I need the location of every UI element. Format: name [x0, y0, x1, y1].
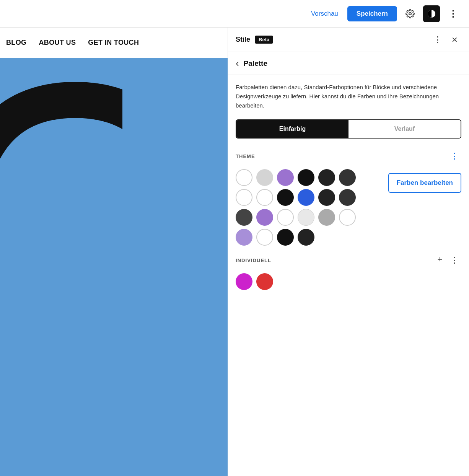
swatch-white-4[interactable]	[277, 209, 294, 226]
farben-bearbeiten-button[interactable]: Farben bearbeiten	[397, 179, 453, 186]
swatch-black-7[interactable]	[277, 229, 294, 246]
swatch-lightgray[interactable]	[256, 169, 273, 186]
back-icon: ‹	[236, 57, 239, 69]
farben-bearbeiten-tooltip: Farben bearbeiten	[388, 173, 461, 193]
theme-swatches-row4	[236, 229, 461, 246]
svg-point-0	[409, 13, 411, 15]
theme-swatches-row3	[236, 209, 461, 226]
swatch-black-3[interactable]	[339, 169, 356, 186]
color-mode-toggle: Einfarbig Verlauf	[236, 119, 461, 139]
swatch-white-1[interactable]	[236, 169, 252, 186]
more-dots-icon: ⋮	[448, 8, 458, 19]
canvas-content	[0, 58, 228, 476]
plus-icon: +	[438, 254, 443, 264]
stile-actions: ⋮ ✕	[431, 33, 461, 47]
back-button[interactable]: ‹	[236, 57, 239, 69]
individuell-section: INDIVIDUELL + ⋮	[236, 253, 461, 290]
theme-actions: ⋮	[448, 149, 461, 163]
theme-section-header: THEME ⋮	[236, 149, 461, 163]
contrast-icon	[427, 9, 436, 18]
panel-palette-header: ‹ Palette	[228, 52, 469, 75]
stile-title: Stile	[236, 36, 250, 44]
swatch-black-5[interactable]	[318, 189, 335, 206]
swatch-black-1[interactable]	[298, 169, 314, 186]
swatch-purple-2[interactable]	[256, 209, 273, 226]
right-panel: Stile Beta ⋮ ✕ ‹ Palette Farbpaletten di…	[228, 28, 469, 476]
stile-more-button[interactable]: ⋮	[431, 33, 445, 47]
swatch-black-2[interactable]	[318, 169, 335, 186]
close-icon: ✕	[451, 35, 458, 44]
palette-description: Farbpaletten dienen dazu, Standard-Farbo…	[236, 83, 461, 110]
contrast-button[interactable]	[423, 5, 440, 22]
stile-more-icon: ⋮	[433, 35, 442, 45]
individuell-swatches	[236, 273, 461, 290]
swatch-white-6[interactable]	[256, 229, 273, 246]
swatch-white-2[interactable]	[236, 189, 252, 206]
theme-label: THEME	[236, 153, 255, 159]
arch-svg	[0, 58, 122, 476]
settings-button[interactable]	[402, 5, 419, 22]
gear-icon	[405, 9, 415, 18]
swatch-darkgray[interactable]	[236, 209, 252, 226]
swatch-purple-light[interactable]	[277, 169, 294, 186]
swatch-medgray[interactable]	[318, 209, 335, 226]
panel-header-stile: Stile Beta ⋮ ✕	[228, 28, 469, 52]
add-color-button[interactable]: +	[434, 253, 446, 266]
toolbar: Vorschau Speichern ⋮	[0, 0, 469, 28]
individuell-section-header: INDIVIDUELL + ⋮	[236, 253, 461, 267]
canvas-nav: BLOG ABOUT US GET IN TOUCH	[0, 28, 228, 58]
theme-more-icon: ⋮	[450, 151, 459, 161]
swatches-container: Farben bearbeiten	[236, 169, 461, 246]
nav-item-blog[interactable]: BLOG	[6, 39, 26, 47]
individuell-label: INDIVIDUELL	[236, 258, 271, 263]
panel-body: Farbpaletten dienen dazu, Standard-Farbo…	[228, 75, 469, 476]
individuell-more-icon: ⋮	[450, 255, 459, 265]
swatch-magenta[interactable]	[236, 273, 252, 290]
individuell-more-button[interactable]: ⋮	[448, 253, 461, 267]
verlauf-toggle[interactable]: Verlauf	[348, 120, 461, 138]
nav-item-contact[interactable]: GET IN TOUCH	[88, 39, 139, 47]
theme-more-button[interactable]: ⋮	[448, 149, 461, 163]
swatch-white-5[interactable]	[339, 209, 356, 226]
palette-title: Palette	[244, 59, 267, 68]
more-options-button[interactable]: ⋮	[445, 5, 461, 22]
beta-badge: Beta	[255, 36, 273, 44]
preview-button[interactable]: Vorschau	[306, 7, 343, 21]
swatch-blue[interactable]	[298, 189, 314, 206]
nav-item-about[interactable]: ABOUT US	[39, 39, 76, 47]
swatch-black-4[interactable]	[277, 189, 294, 206]
swatch-white-3[interactable]	[256, 189, 273, 206]
canvas-area: BLOG ABOUT US GET IN TOUCH	[0, 28, 228, 476]
save-button[interactable]: Speichern	[347, 6, 397, 21]
swatch-purple-3[interactable]	[236, 229, 252, 246]
close-panel-button[interactable]: ✕	[448, 33, 461, 47]
swatch-black-8[interactable]	[298, 229, 314, 246]
main-layout: BLOG ABOUT US GET IN TOUCH Stile Beta ⋮	[0, 28, 469, 476]
swatch-red[interactable]	[256, 273, 273, 290]
einfarbig-toggle[interactable]: Einfarbig	[236, 120, 348, 138]
swatch-verylightgray[interactable]	[298, 209, 314, 226]
swatch-black-6[interactable]	[339, 189, 356, 206]
individuell-actions: + ⋮	[434, 253, 461, 267]
